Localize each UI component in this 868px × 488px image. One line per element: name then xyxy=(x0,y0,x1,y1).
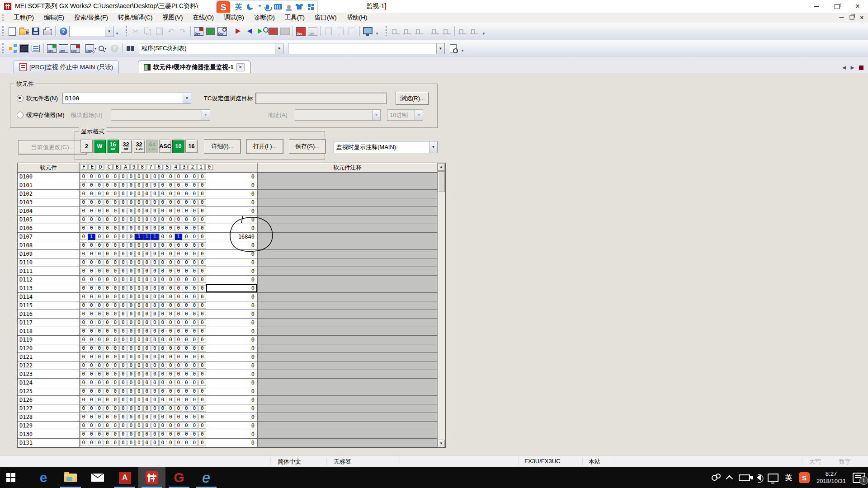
list-view-icon[interactable] xyxy=(30,43,41,54)
bit-cell[interactable]: 0 xyxy=(135,405,143,412)
bit-cell[interactable]: 0 xyxy=(143,225,151,231)
bit-cell[interactable]: 0 xyxy=(159,191,167,197)
bit-cell[interactable]: 0 xyxy=(112,174,119,180)
bit-cell[interactable]: 0 xyxy=(112,345,119,352)
device-cell[interactable]: D131 xyxy=(18,439,80,447)
menu-item-2[interactable]: 编辑(E) xyxy=(39,14,69,22)
bit-cell[interactable]: 0 xyxy=(159,319,167,326)
bit-cell[interactable]: 0 xyxy=(175,362,183,369)
bit-cell[interactable]: 0 xyxy=(151,354,159,360)
bit-cell[interactable]: 0 xyxy=(127,414,135,420)
bit-cell[interactable]: 0 xyxy=(96,414,104,420)
bit-cell[interactable]: 0 xyxy=(80,268,88,274)
bit-cell[interactable]: 0 xyxy=(151,259,159,266)
value-cell[interactable]: 0 xyxy=(206,250,258,258)
bit-cell[interactable]: 0 xyxy=(104,388,111,394)
value-cell[interactable]: 0 xyxy=(206,207,258,215)
mdi-close-icon[interactable]: × xyxy=(860,14,863,21)
bit-cell[interactable]: 0 xyxy=(127,354,135,360)
bit-cell[interactable]: 0 xyxy=(80,225,88,231)
bit-cell[interactable]: 0 xyxy=(112,268,119,274)
bit-cell[interactable]: 0 xyxy=(191,311,198,317)
bit-cell[interactable]: 0 xyxy=(96,277,104,283)
menu-item-9[interactable]: 工具(T) xyxy=(280,14,310,22)
bit-cell[interactable]: 0 xyxy=(80,199,88,206)
punctuation-icon[interactable]: ’’ xyxy=(258,3,261,11)
bit-cell[interactable]: 0 xyxy=(80,388,88,394)
bit-cell[interactable]: 0 xyxy=(112,242,119,249)
bit-cell[interactable]: 0 xyxy=(159,422,167,429)
format-btn-8[interactable]: 10 xyxy=(172,140,184,153)
bit-cell[interactable]: 0 xyxy=(135,362,143,369)
minimize-button[interactable] xyxy=(806,0,826,13)
bit-cell[interactable]: 0 xyxy=(88,199,95,206)
bit-cell[interactable]: 0 xyxy=(191,259,198,266)
bit-cell[interactable]: 0 xyxy=(104,311,111,317)
bit-cell[interactable]: 0 xyxy=(135,277,143,283)
bit-cell[interactable]: 0 xyxy=(191,405,198,412)
bit-cell[interactable]: 0 xyxy=(127,225,135,231)
bit-cell[interactable]: 0 xyxy=(198,311,206,317)
bit-cell[interactable]: 0 xyxy=(175,216,183,223)
bit-cell[interactable]: 0 xyxy=(167,431,175,437)
comment-cell[interactable] xyxy=(258,301,437,310)
bit-cell[interactable]: 0 xyxy=(175,380,183,386)
bit-cell[interactable]: 0 xyxy=(167,251,175,257)
bit-cell[interactable]: 0 xyxy=(119,302,127,309)
tab-prg-monitor[interactable]: [PRG]监视 停止中 MAIN (只读) xyxy=(14,61,119,73)
bit-cell[interactable]: 0 xyxy=(151,242,159,249)
clipboard-person-icon[interactable] xyxy=(287,5,291,9)
bit-cell[interactable]: 0 xyxy=(135,414,143,420)
bit-cell[interactable]: 0 xyxy=(175,199,183,206)
bit-cell[interactable]: 0 xyxy=(183,268,190,274)
bit-cell[interactable]: 0 xyxy=(104,225,111,231)
taskbar-clock[interactable]: 8:27 2018/10/31 xyxy=(816,470,846,485)
bit-cell[interactable]: 0 xyxy=(183,191,190,197)
bit-cell[interactable]: 0 xyxy=(96,294,104,300)
comment-cell[interactable] xyxy=(258,190,437,198)
bit-cell[interactable]: 0 xyxy=(135,216,143,223)
bit-cell[interactable]: 0 xyxy=(135,422,143,429)
bit-cell[interactable]: 0 xyxy=(112,277,119,283)
menu-item-11[interactable]: 帮助(H) xyxy=(342,14,373,22)
bit-cell[interactable]: 0 xyxy=(104,319,111,326)
bit-cell[interactable]: 0 xyxy=(112,362,119,369)
bit-cell[interactable]: 0 xyxy=(88,422,95,429)
comment-cell[interactable] xyxy=(258,353,437,361)
bit-cell[interactable]: 0 xyxy=(88,174,95,180)
bit-cell[interactable]: 0 xyxy=(80,302,88,309)
bit-cell[interactable]: 0 xyxy=(143,397,151,403)
bit-cell[interactable]: 0 xyxy=(159,199,167,206)
bit-cell[interactable]: 0 xyxy=(159,414,167,420)
bit-cell[interactable]: 0 xyxy=(135,208,143,214)
bit-cell[interactable]: 0 xyxy=(104,397,111,403)
start-monitor-icon[interactable] xyxy=(256,26,267,37)
tab-scroll-right-icon[interactable]: ▶ xyxy=(851,65,854,70)
notification-center-icon[interactable]: 1 xyxy=(853,473,865,483)
bit-cell[interactable]: 0 xyxy=(151,251,159,257)
toolbar-overflow-icon[interactable] xyxy=(374,26,380,37)
bit-cell[interactable]: 0 xyxy=(183,259,190,266)
bit-cell[interactable]: 0 xyxy=(167,174,175,180)
comment-cell[interactable] xyxy=(258,344,437,352)
bit-cell[interactable]: 0 xyxy=(104,199,111,206)
bit-cell[interactable]: 0 xyxy=(119,174,127,180)
value-cell[interactable]: 0 xyxy=(206,413,258,421)
bit-cell[interactable]: 0 xyxy=(167,397,175,403)
bit-cell[interactable]: 0 xyxy=(175,294,183,300)
bit-cell[interactable]: 0 xyxy=(175,414,183,420)
bit-cell[interactable]: 0 xyxy=(159,440,167,446)
value-cell[interactable]: 0 xyxy=(206,301,258,310)
bit-cell[interactable]: 0 xyxy=(104,414,111,420)
toolbar-combo[interactable]: ▼ xyxy=(69,26,113,37)
bit-cell[interactable]: 0 xyxy=(198,380,206,386)
bit-cell[interactable]: 0 xyxy=(191,208,198,214)
bit-cell[interactable]: 0 xyxy=(88,208,95,214)
monitor-mode-icon[interactable] xyxy=(205,26,216,37)
bit-cell[interactable]: 0 xyxy=(127,251,135,257)
bit-cell[interactable]: 0 xyxy=(80,345,88,352)
bit-cell[interactable]: 0 xyxy=(96,191,104,197)
start-button[interactable] xyxy=(0,467,22,488)
comment-cell[interactable] xyxy=(258,396,437,404)
device-cell[interactable]: D129 xyxy=(18,422,80,430)
